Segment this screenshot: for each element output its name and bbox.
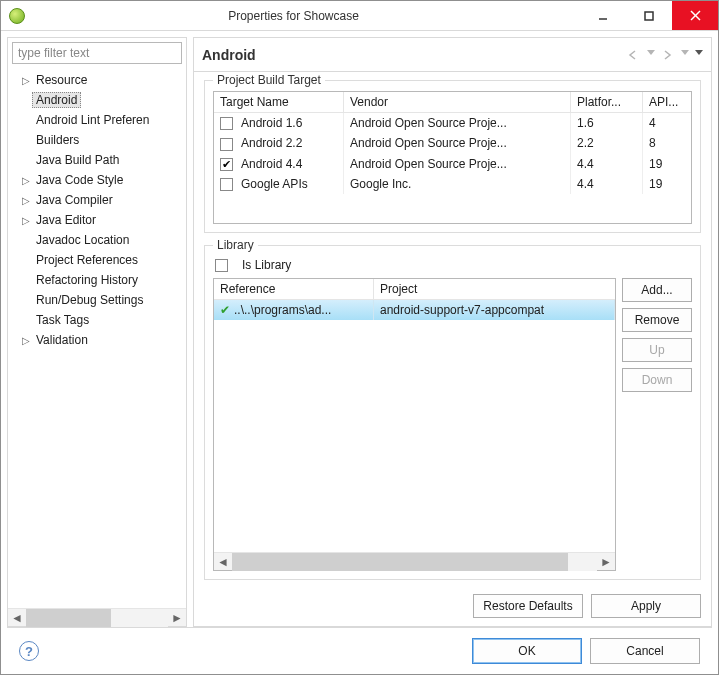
col-vendor[interactable]: Vendor: [344, 92, 571, 112]
col-reference[interactable]: Reference: [214, 279, 374, 299]
help-icon[interactable]: ?: [19, 641, 39, 661]
platform-cell: 2.2: [571, 133, 643, 153]
platform-cell: 4.4: [571, 154, 643, 174]
nav-menu-icon[interactable]: [695, 50, 703, 60]
tree-item[interactable]: Android Lint Preferen: [14, 110, 184, 130]
minimize-button[interactable]: [580, 1, 626, 30]
tree-item-label: Javadoc Location: [32, 233, 133, 247]
scroll-thumb[interactable]: [232, 553, 568, 571]
tree-item[interactable]: Run/Debug Settings: [14, 290, 184, 310]
expand-icon[interactable]: ▷: [20, 195, 32, 206]
target-checkbox[interactable]: [220, 117, 233, 130]
col-target-name[interactable]: Target Name: [214, 92, 344, 112]
target-cell: Google APIs: [214, 174, 344, 194]
ok-button[interactable]: OK: [472, 638, 582, 664]
nav-back-icon[interactable]: [627, 50, 641, 60]
expand-icon[interactable]: ▷: [20, 215, 32, 226]
target-checkbox[interactable]: [220, 138, 233, 151]
target-checkbox[interactable]: [220, 178, 233, 191]
target-checkbox[interactable]: [220, 158, 233, 171]
tree-item[interactable]: Project References: [14, 250, 184, 270]
col-project[interactable]: Project: [374, 279, 615, 299]
tree-item-label: Task Tags: [32, 313, 93, 327]
tree-item[interactable]: Android: [14, 90, 184, 110]
api-cell: 8: [643, 133, 691, 153]
remove-button[interactable]: Remove: [622, 308, 692, 332]
dialog-footer: ? OK Cancel: [7, 627, 712, 674]
apply-button[interactable]: Apply: [591, 594, 701, 618]
scroll-left-icon[interactable]: ◄: [214, 553, 232, 571]
library-table: Reference Project ✔..\..\programs\ad...a…: [213, 278, 616, 571]
tree-item-label: Builders: [32, 133, 83, 147]
nav-forward-menu-icon[interactable]: [681, 50, 689, 60]
close-button[interactable]: [672, 1, 718, 30]
properties-dialog: Properties for Showcase type filter text…: [0, 0, 719, 675]
tree-item[interactable]: ▷Java Editor: [14, 210, 184, 230]
scroll-thumb[interactable]: [26, 609, 111, 627]
cancel-button[interactable]: Cancel: [590, 638, 700, 664]
table-row[interactable]: Google APIsGoogle Inc.4.419: [214, 174, 691, 194]
table-row[interactable]: Android 2.2Android Open Source Proje...2…: [214, 133, 691, 153]
api-cell: 4: [643, 113, 691, 133]
tree-item[interactable]: Refactoring History: [14, 270, 184, 290]
tree-item[interactable]: Task Tags: [14, 310, 184, 330]
restore-defaults-button[interactable]: Restore Defaults: [473, 594, 583, 618]
tree-item-label: Java Code Style: [32, 173, 127, 187]
tree-item[interactable]: ▷Java Code Style: [14, 170, 184, 190]
library-group: Library Is Library Reference Project: [204, 245, 701, 580]
build-target-header-row: Target Name Vendor Platfor... API...: [214, 92, 691, 113]
vendor-cell: Google Inc.: [344, 174, 571, 194]
content-area: type filter text ▷ResourceAndroidAndroid…: [1, 31, 718, 674]
nav-back-menu-icon[interactable]: [647, 50, 655, 60]
target-cell: Android 2.2: [214, 133, 344, 153]
tree-item[interactable]: Java Build Path: [14, 150, 184, 170]
build-target-rows: Android 1.6Android Open Source Proje...1…: [214, 113, 691, 223]
expand-icon[interactable]: ▷: [20, 175, 32, 186]
category-tree-pane: type filter text ▷ResourceAndroidAndroid…: [7, 37, 187, 627]
page-actions: Restore Defaults Apply: [194, 586, 711, 626]
tree-item-label: Run/Debug Settings: [32, 293, 147, 307]
expand-icon[interactable]: ▷: [20, 75, 32, 86]
tree-item[interactable]: Javadoc Location: [14, 230, 184, 250]
table-row[interactable]: Android 4.4Android Open Source Proje...4…: [214, 154, 691, 174]
tree-item-label: Resource: [32, 73, 91, 87]
build-target-table: Target Name Vendor Platfor... API... And…: [213, 91, 692, 224]
scroll-track[interactable]: [232, 553, 597, 571]
scroll-right-icon[interactable]: ►: [168, 609, 186, 627]
settings-header: Android: [194, 38, 711, 72]
scroll-left-icon[interactable]: ◄: [8, 609, 26, 627]
tree-item[interactable]: Builders: [14, 130, 184, 150]
tree-item[interactable]: ▷Java Compiler: [14, 190, 184, 210]
platform-cell: 1.6: [571, 113, 643, 133]
down-button[interactable]: Down: [622, 368, 692, 392]
table-row[interactable]: ✔..\..\programs\ad...android-support-v7-…: [214, 300, 615, 320]
is-library-row: Is Library: [215, 258, 692, 272]
tree-item-label: Validation: [32, 333, 92, 347]
scroll-right-icon[interactable]: ►: [597, 553, 615, 571]
tree-item-label: Project References: [32, 253, 142, 267]
scroll-track[interactable]: [26, 609, 168, 627]
vendor-cell: Android Open Source Proje...: [344, 113, 571, 133]
tree-item[interactable]: ▷Validation: [14, 330, 184, 350]
library-scrollbar[interactable]: ◄ ►: [214, 552, 615, 570]
is-library-checkbox[interactable]: [215, 259, 228, 272]
tree-scrollbar[interactable]: ◄ ►: [8, 608, 186, 626]
vendor-cell: Android Open Source Proje...: [344, 133, 571, 153]
tree-item-label: Refactoring History: [32, 273, 142, 287]
up-button[interactable]: Up: [622, 338, 692, 362]
col-api[interactable]: API...: [643, 92, 691, 112]
library-buttons: Add... Remove Up Down: [622, 278, 692, 571]
table-row[interactable]: Android 1.6Android Open Source Proje...1…: [214, 113, 691, 133]
api-cell: 19: [643, 154, 691, 174]
tree-item[interactable]: ▷Resource: [14, 70, 184, 90]
add-button[interactable]: Add...: [622, 278, 692, 302]
category-tree[interactable]: ▷ResourceAndroidAndroid Lint PreferenBui…: [8, 70, 186, 608]
project-cell: android-support-v7-appcompat: [374, 300, 615, 320]
expand-icon[interactable]: ▷: [20, 335, 32, 346]
col-platform[interactable]: Platfor...: [571, 92, 643, 112]
reference-cell: ✔..\..\programs\ad...: [214, 300, 374, 320]
history-nav: [627, 50, 703, 60]
nav-forward-icon[interactable]: [661, 50, 675, 60]
maximize-button[interactable]: [626, 1, 672, 30]
filter-input[interactable]: type filter text: [12, 42, 182, 64]
